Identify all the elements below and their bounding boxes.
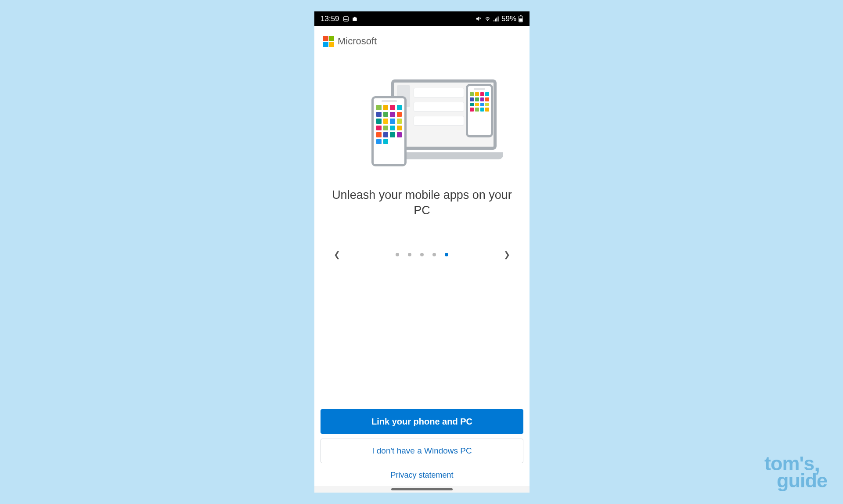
battery-icon bbox=[518, 15, 523, 22]
chevron-right-icon[interactable]: ❯ bbox=[504, 250, 510, 259]
onboarding-headline: Unleash your mobile apps on your PC bbox=[314, 187, 530, 218]
svg-rect-1 bbox=[494, 20, 494, 22]
page-dot[interactable] bbox=[396, 253, 399, 256]
status-bar: 13:59 59% bbox=[314, 11, 530, 26]
phone-on-screen-icon bbox=[466, 84, 493, 137]
nav-handle[interactable] bbox=[391, 488, 453, 490]
image-icon bbox=[343, 16, 349, 22]
svg-rect-6 bbox=[520, 15, 522, 16]
wifi-icon bbox=[484, 15, 491, 22]
svg-rect-3 bbox=[496, 18, 497, 22]
bottom-actions: Link your phone and PC I don't have a Wi… bbox=[314, 404, 530, 486]
watermark: tom's, guide bbox=[764, 454, 827, 489]
app-header: Microsoft bbox=[314, 26, 530, 51]
svg-rect-4 bbox=[498, 17, 499, 22]
carousel-controls: ❮ ❯ bbox=[314, 250, 530, 259]
app-body: Microsoft bbox=[314, 26, 530, 493]
battery-percent: 59% bbox=[501, 14, 516, 23]
android-nav-bar bbox=[314, 486, 530, 493]
page-dot[interactable] bbox=[408, 253, 411, 256]
mute-icon bbox=[476, 15, 482, 22]
phone-screenshot: 13:59 59% Microsoft bbox=[314, 11, 530, 493]
chevron-left-icon[interactable]: ❮ bbox=[334, 250, 340, 259]
signal-icon bbox=[493, 15, 500, 22]
no-windows-pc-button[interactable]: I don't have a Windows PC bbox=[321, 439, 523, 463]
microsoft-logo-icon bbox=[323, 36, 334, 47]
brand-name: Microsoft bbox=[338, 36, 377, 47]
page-dot[interactable] bbox=[432, 253, 436, 256]
phone-device-icon bbox=[371, 96, 407, 166]
svg-rect-7 bbox=[519, 18, 522, 22]
page-indicator bbox=[396, 253, 448, 256]
privacy-statement-link[interactable]: Privacy statement bbox=[321, 468, 523, 483]
briefcase-icon bbox=[352, 16, 358, 22]
link-phone-pc-button[interactable]: Link your phone and PC bbox=[321, 409, 523, 434]
page-dot-active[interactable] bbox=[445, 253, 448, 256]
svg-rect-2 bbox=[495, 19, 496, 22]
onboarding-illustration bbox=[347, 78, 497, 170]
status-time: 13:59 bbox=[321, 14, 339, 23]
svg-rect-0 bbox=[343, 16, 348, 21]
page-dot[interactable] bbox=[420, 253, 424, 256]
